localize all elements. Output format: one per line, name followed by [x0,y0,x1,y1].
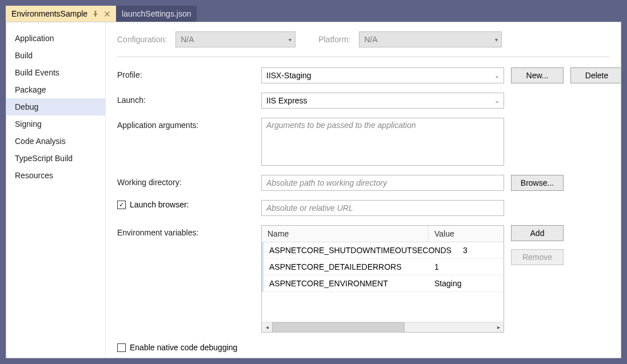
native-debug-label: Enable native code debugging [130,343,237,352]
envvar-name: ASPNETCORE_SHUTDOWNTIMEOUTSECONDS [262,242,457,259]
sidebar-item-debug[interactable]: Debug [6,98,105,115]
envvars-label: Environment variables: [117,225,254,237]
envvar-value: 3 [457,242,504,259]
platform-label: Platform: [318,35,350,44]
sidebar-item-package[interactable]: Package [6,81,105,98]
sidebar-item-typescript-build[interactable]: TypeScript Build [6,150,105,167]
profile-select-wrap: ⌄ [261,67,504,83]
tab-environments-sample[interactable]: EnvironmentsSample [6,6,116,22]
content-area: Application Build Build Events Package D… [6,22,621,358]
close-icon[interactable] [103,10,110,17]
scroll-left-icon[interactable]: ◂ [262,322,272,333]
main-panel: Configuration: N/A ▾ Platform: N/A ▾ Pro… [106,22,621,358]
native-debug-row: Enable native code debugging [117,343,609,352]
launch-browser-checkbox[interactable]: ✓ [117,201,126,209]
envvars-header-value[interactable]: Value [429,226,504,242]
launch-browser-checkbox-row: ✓ Launch browser: [117,200,254,209]
envvars-table: Name Value ASPNETCORE_SHUTDOWNTIMEOUTSEC… [261,225,504,333]
platform-value: N/A [364,35,377,44]
tab-title: launchSettings.json [122,9,191,18]
launch-label: Launch: [117,93,254,105]
envvars-header: Name Value [262,226,504,242]
table-empty-area [262,292,504,322]
pin-icon[interactable] [92,10,99,17]
browse-button[interactable]: Browse... [511,175,564,191]
profile-select[interactable] [261,67,504,83]
profile-label: Profile: [117,67,254,79]
sidebar-item-signing[interactable]: Signing [6,115,105,133]
property-pages-sidebar: Application Build Build Events Package D… [6,22,106,358]
sidebar-item-build[interactable]: Build [6,47,105,64]
launch-browser-label: Launch browser: [130,200,189,209]
launch-select[interactable] [261,93,504,109]
envvar-name: ASPNETCORE_ENVIRONMENT [262,275,429,292]
launch-select-wrap: ⌄ [261,93,504,109]
tab-title: EnvironmentsSample [11,9,87,18]
native-debug-checkbox[interactable] [117,343,126,352]
chevron-down-icon: ▾ [289,37,291,43]
configuration-value: N/A [181,35,194,44]
sidebar-item-build-events[interactable]: Build Events [6,64,105,81]
horizontal-scrollbar[interactable]: ◂ ▸ [262,322,504,332]
app-args-input[interactable] [261,118,504,166]
platform-select: N/A ▾ [359,31,502,47]
debug-form: Profile: ⌄ New... Delete Launch: ⌄ Appli… [117,67,609,333]
remove-envvar-button: Remove [511,249,564,265]
config-platform-row: Configuration: N/A ▾ Platform: N/A ▾ [117,31,609,57]
table-row[interactable]: ASPNETCORE_ENVIRONMENT Staging [262,275,504,292]
project-properties-window: EnvironmentsSample launchSettings.json A… [6,6,621,358]
envvar-value: Staging [429,275,504,292]
envvar-name: ASPNETCORE_DETAILEDERRORS [262,259,429,275]
workdir-label: Working directory: [117,175,254,187]
table-row[interactable]: ASPNETCORE_DETAILEDERRORS 1 [262,259,504,275]
new-profile-button[interactable]: New... [511,67,564,83]
delete-profile-button[interactable]: Delete [570,67,621,83]
sidebar-item-application[interactable]: Application [6,30,105,47]
sidebar-item-code-analysis[interactable]: Code Analysis [6,133,105,150]
envvars-buttons: Add Remove [511,225,564,265]
table-row[interactable]: ASPNETCORE_SHUTDOWNTIMEOUTSECONDS 3 [262,242,504,259]
scroll-right-icon[interactable]: ▸ [493,322,504,333]
configuration-select: N/A ▾ [175,31,295,47]
chevron-down-icon: ▾ [495,37,498,43]
envvar-value: 1 [429,259,504,275]
document-tabs: EnvironmentsSample launchSettings.json [6,6,621,22]
launch-browser-url-input[interactable] [261,200,504,216]
envvars-header-name[interactable]: Name [262,226,429,242]
sidebar-item-resources[interactable]: Resources [6,167,105,184]
workdir-input[interactable] [261,175,504,191]
tab-launchsettings-json[interactable]: launchSettings.json [116,6,197,22]
configuration-label: Configuration: [117,35,167,44]
scroll-thumb[interactable] [272,322,405,333]
scroll-track[interactable] [272,322,493,333]
add-envvar-button[interactable]: Add [511,225,564,241]
app-args-label: Application arguments: [117,118,254,130]
